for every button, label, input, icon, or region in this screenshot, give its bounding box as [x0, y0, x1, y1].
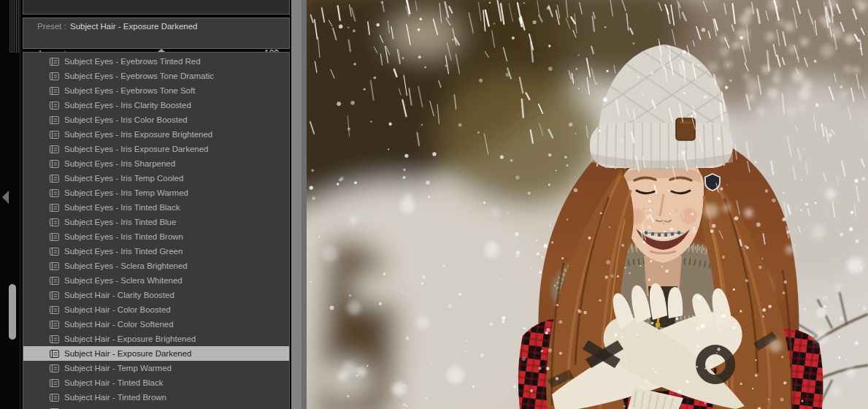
preset-icon	[50, 248, 59, 256]
preset-icon	[50, 262, 59, 270]
preset-list-item[interactable]: Subject Eyes - Sclera Whitened	[23, 273, 289, 288]
preset-item-label: Subject Hair - Tinted Brown	[64, 393, 166, 402]
preset-list-item[interactable]: Subject Hair - Temp Warmed	[23, 361, 289, 375]
preset-list-item[interactable]: Subject Eyes - Eyebrows Tone Soft	[23, 83, 289, 98]
preset-list-item[interactable]: Subject Eyes - Iris Exposure Brightened	[23, 127, 289, 142]
preset-list-item[interactable]: Subject Hair - Clarity Boosted	[23, 288, 289, 302]
preset-list-item[interactable]: Subject Hair - Tinted Brown	[23, 390, 289, 405]
preset-value: Subject Hair - Exposure Darkened	[70, 20, 198, 32]
preset-item-label: Subject Hair - Color Boosted	[64, 305, 171, 314]
preset-icon	[50, 58, 59, 66]
preset-list-item[interactable]: Subject Hair - Exposure Darkened	[23, 346, 289, 361]
lightroom-window: Preset : Subject Hair - Exposure Darkene…	[0, 0, 868, 409]
preset-item-label: Subject Eyes - Eyebrows Tone Soft	[64, 86, 195, 95]
preset-item-label: Subject Eyes - Iris Color Boosted	[64, 115, 188, 124]
preset-icon	[50, 218, 59, 226]
preset-icon	[50, 175, 59, 183]
preset-icon	[50, 102, 59, 110]
preset-item-label: Subject Hair - Clarity Boosted	[64, 291, 174, 299]
preset-icon	[50, 394, 59, 402]
preset-icon	[50, 321, 59, 329]
preset-icon	[50, 189, 59, 197]
preset-item-label: Subject Hair - Temp Warmed	[64, 364, 172, 372]
panel-gutter	[291, 0, 307, 409]
preset-list-item[interactable]: Subject Hair - Color Softened	[23, 317, 289, 332]
preset-icon	[50, 306, 59, 314]
photo-preview[interactable]	[307, 0, 868, 409]
panel-scrollbar-track	[9, 0, 20, 53]
preset-list-item[interactable]: Subject Eyes - Eyebrows Tone Dramatic	[23, 69, 289, 83]
preset-icon	[50, 291, 59, 299]
panel-scrollbar-thumb[interactable]	[9, 284, 16, 340]
preset-list-item[interactable]: Subject Hair - Tinted Black	[23, 375, 289, 390]
preset-icon	[50, 350, 59, 358]
preset-icon	[50, 87, 59, 95]
preset-list: Subject Eyes - Eyebrows Tinted Red Subje…	[23, 54, 289, 409]
preset-item-label: Subject Eyes - Iris Exposure Darkened	[64, 145, 209, 153]
preset-header-panel: Preset : Subject Hair - Exposure Darkene…	[23, 18, 290, 49]
preset-item-label: Subject Eyes - Iris Clarity Boosted	[64, 101, 191, 110]
collapse-panel-arrow-icon[interactable]	[2, 191, 9, 204]
preset-list-panel: Subject Eyes - Eyebrows Tinted Red Subje…	[23, 52, 290, 409]
preset-icon	[50, 72, 59, 80]
preset-item-label: Subject Eyes - Iris Temp Cooled	[64, 174, 183, 183]
preset-item-label: Subject Eyes - Iris Temp Warmed	[64, 188, 188, 197]
preset-icon	[50, 131, 59, 139]
preset-item-label: Subject Eyes - Iris Tinted Brown	[64, 232, 183, 241]
left-panel-rail	[0, 0, 22, 409]
preset-list-item[interactable]: Subject Eyes - Iris Tinted Blue	[23, 215, 289, 229]
preset-list-item[interactable]: Subject Eyes - Iris Temp Cooled	[23, 171, 289, 186]
preset-list-item[interactable]: Subject Eyes - Iris Color Boosted	[23, 112, 289, 127]
preset-icon	[50, 277, 59, 285]
preset-item-label: Subject Eyes - Iris Sharpened	[64, 159, 175, 168]
preset-list-item[interactable]: Subject Eyes - Iris Tinted Brown	[23, 229, 289, 244]
preset-item-label: Subject Hair - Tinted Black	[64, 378, 164, 387]
panel-above-remnant	[23, 0, 290, 15]
preset-item-label: Subject Eyes - Eyebrows Tone Dramatic	[64, 72, 214, 80]
preset-list-item[interactable]: Subject Eyes - Eyebrows Tinted Red	[23, 54, 289, 69]
preset-icon	[50, 204, 59, 212]
preset-icon	[50, 116, 59, 124]
preset-icon	[50, 379, 59, 387]
preset-label: Preset :	[37, 20, 66, 32]
preset-icon	[50, 364, 59, 372]
preset-list-item[interactable]: Subject Eyes - Iris Temp Warmed	[23, 186, 289, 200]
preset-item-label: Subject Eyes - Iris Tinted Black	[64, 203, 180, 212]
preset-item-label: Subject Eyes - Iris Tinted Green	[64, 247, 183, 256]
preset-list-item[interactable]: Subject Hair - Exposure Brightened	[23, 332, 289, 346]
hat-leather-tag	[676, 118, 695, 140]
preset-item-label: Subject Hair - Exposure Darkened	[64, 349, 192, 358]
preset-item-label: Subject Hair - Color Softened	[64, 320, 174, 329]
preset-list-item[interactable]: Subject Hair - Color Boosted	[23, 302, 289, 317]
preset-list-item[interactable]: Subject Eyes - Iris Sharpened	[23, 156, 289, 171]
preset-list-item[interactable]: Subject Hair - Tinted Blonde	[23, 405, 289, 409]
preset-icon	[50, 233, 59, 241]
preset-item-label: Subject Eyes - Sclera Whitened	[64, 276, 183, 285]
preset-item-label: Subject Eyes - Iris Tinted Blue	[64, 218, 176, 226]
preset-list-item[interactable]: Subject Eyes - Sclera Brightened	[23, 259, 289, 273]
preset-item-label: Subject Hair - Exposure Brightened	[64, 335, 196, 343]
preset-icon	[50, 160, 59, 168]
preset-list-item[interactable]: Subject Eyes - Iris Exposure Darkened	[23, 142, 289, 156]
rail-divider	[20, 0, 20, 409]
preset-icon	[50, 145, 59, 153]
preset-item-label: Subject Eyes - Sclera Brightened	[64, 261, 188, 270]
preset-item-label: Subject Eyes - Eyebrows Tinted Red	[64, 57, 201, 66]
zipper-pull	[656, 323, 661, 328]
preset-icon	[50, 335, 59, 343]
preset-list-item[interactable]: Subject Eyes - Iris Tinted Black	[23, 200, 289, 215]
preset-list-item[interactable]: Subject Eyes - Iris Clarity Boosted	[23, 98, 289, 112]
preset-item-label: Subject Eyes - Iris Exposure Brightened	[64, 130, 212, 139]
preset-list-item[interactable]: Subject Eyes - Iris Tinted Green	[23, 244, 289, 259]
